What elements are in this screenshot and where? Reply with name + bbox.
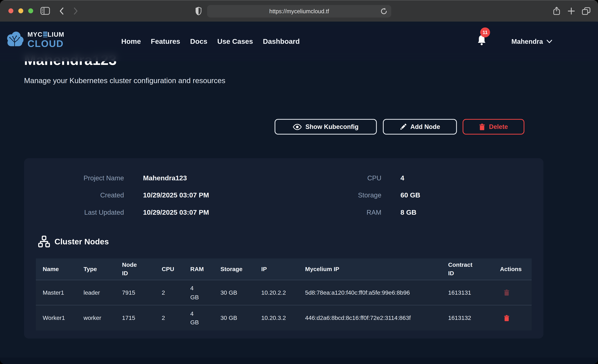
mycelium-tree-logo-icon	[5, 31, 25, 49]
shield-icon	[195, 7, 201, 15]
node-contract-id: 1613132	[448, 314, 500, 322]
hierarchy-icon	[38, 236, 50, 247]
cluster-nodes-table: Name Type Node ID CPU RAM Storage IP Myc…	[36, 258, 532, 331]
back-button[interactable]	[57, 0, 66, 22]
window-controls	[8, 8, 33, 13]
nav-link-home[interactable]: Home	[121, 37, 141, 46]
sidebar-toggle-button[interactable]	[39, 0, 51, 22]
overview-left-column: Project Name Mahendra123 Created 10/29/2…	[31, 170, 209, 221]
node-ip: 10.20.3.2	[261, 314, 305, 322]
created-value: 10/29/2025 03:07 PM	[143, 191, 209, 199]
cpu-row: CPU 4	[305, 170, 420, 187]
overview-right-column: CPU 4 Storage 60 GB RAM 8 GB	[305, 170, 420, 221]
created-row: Created 10/29/2025 03:07 PM	[31, 187, 209, 204]
nav-links: Home Features Docs Use Cases Dashboard	[121, 22, 300, 61]
user-name: Mahendra	[511, 38, 543, 45]
cluster-overview-card: Project Name Mahendra123 Created 10/29/2…	[24, 158, 544, 339]
node-name: Worker1	[43, 314, 83, 322]
chevron-left-icon	[59, 7, 64, 15]
new-tab-button[interactable]	[566, 0, 576, 22]
page-subtitle: Manage your Kubernetes cluster configura…	[24, 76, 225, 85]
browser-toolbar: https://myceliumcloud.tf	[0, 0, 598, 22]
site-logo[interactable]: MYCLIUM CLOUD	[5, 31, 64, 49]
user-menu[interactable]: Mahendra	[511, 22, 552, 61]
node-contract-id: 1613131	[448, 288, 500, 297]
node-type: leader	[83, 288, 122, 297]
notification-count-badge: 11	[480, 27, 490, 37]
node-cpu: 2	[162, 288, 190, 297]
minimize-button[interactable]	[18, 8, 23, 13]
share-icon	[553, 7, 560, 15]
pencil-icon	[400, 123, 407, 130]
reload-button[interactable]	[380, 7, 388, 15]
delete-node-button[interactable]	[504, 289, 509, 296]
node-mycelium-ip: 446:d2a6:8bcd:8c16:ff0f:72e2:3114:863f	[305, 314, 411, 322]
chevron-right-icon	[74, 7, 78, 15]
created-label: Created	[31, 191, 124, 199]
last-updated-label: Last Updated	[31, 208, 124, 216]
cpu-value: 4	[400, 174, 404, 182]
cpu-label: CPU	[305, 174, 382, 182]
tab-overview-button[interactable]	[581, 0, 591, 22]
col-type: Type	[83, 265, 122, 273]
nav-link-docs[interactable]: Docs	[190, 37, 208, 46]
col-contract-id: Contract ID	[448, 261, 475, 278]
ram-label: RAM	[305, 208, 382, 216]
project-name-value: Mahendra123	[143, 174, 187, 182]
project-name-label: Project Name	[31, 174, 124, 182]
col-mycelium-ip: Mycelium IP	[305, 265, 448, 273]
add-node-button[interactable]: Add Node	[383, 119, 457, 134]
close-button[interactable]	[8, 8, 13, 13]
screenshot-stage: https://myceliumcloud.tf	[0, 0, 598, 364]
col-cpu: CPU	[162, 265, 190, 273]
zoom-button[interactable]	[28, 8, 33, 13]
table-header-row: Name Type Node ID CPU RAM Storage IP Myc…	[36, 258, 532, 280]
show-kubeconfig-label: Show Kubeconfig	[305, 123, 358, 130]
node-name: Master1	[43, 288, 83, 297]
node-ip: 10.20.2.2	[261, 288, 305, 297]
share-button[interactable]	[552, 0, 562, 22]
show-kubeconfig-button[interactable]: Show Kubeconfig	[274, 119, 377, 134]
node-id: 1715	[122, 314, 162, 322]
nav-link-use-cases[interactable]: Use Cases	[217, 37, 253, 46]
node-ram: 4 GB	[190, 309, 202, 327]
table-row: Worker1 worker 1715 2 4 GB 30 GB 10.20.3…	[36, 306, 532, 331]
ram-row: RAM 8 GB	[305, 204, 420, 221]
col-name: Name	[43, 265, 83, 273]
cluster-nodes-heading: Cluster Nodes	[38, 236, 109, 247]
cluster-nodes-title: Cluster Nodes	[55, 237, 109, 246]
node-cpu: 2	[162, 314, 190, 322]
node-storage: 30 GB	[220, 314, 261, 322]
logo-line1-a: MYC	[27, 31, 42, 38]
plus-icon	[568, 8, 575, 14]
url-field[interactable]: https://myceliumcloud.tf	[207, 5, 391, 17]
logo-text: MYCLIUM CLOUD	[27, 31, 64, 48]
logo-line2: CLOUD	[27, 39, 64, 48]
nav-link-dashboard[interactable]: Dashboard	[263, 37, 300, 46]
chevron-down-icon	[546, 40, 552, 43]
site-navbar: MYCLIUM CLOUD Home Features Docs Use Cas…	[0, 22, 598, 61]
notifications-button[interactable]: 11	[477, 34, 490, 51]
project-name-row: Project Name Mahendra123	[31, 170, 209, 187]
last-updated-value: 10/29/2025 03:07 PM	[143, 208, 209, 216]
trash-icon	[504, 289, 509, 296]
trash-icon	[504, 315, 509, 321]
trash-icon	[479, 123, 485, 130]
col-node-id: Node ID	[122, 261, 141, 278]
forward-button[interactable]	[72, 0, 80, 22]
delete-cluster-button[interactable]: Delete	[463, 119, 524, 134]
privacy-shield-button[interactable]	[194, 0, 203, 22]
col-ip: IP	[261, 265, 305, 273]
logo-line1-b: LIUM	[48, 31, 64, 38]
browser-window: https://myceliumcloud.tf	[0, 0, 598, 364]
logo-letter-e-icon	[43, 32, 47, 37]
eye-icon	[293, 124, 302, 130]
page-bottom-band	[0, 357, 598, 364]
storage-row: Storage 60 GB	[305, 187, 420, 204]
delete-node-button[interactable]	[504, 315, 509, 321]
nav-link-features[interactable]: Features	[151, 37, 180, 46]
sidebar-icon	[40, 7, 50, 15]
col-ram: RAM	[190, 265, 221, 273]
node-ram: 4 GB	[190, 284, 202, 301]
col-storage: Storage	[220, 265, 261, 273]
